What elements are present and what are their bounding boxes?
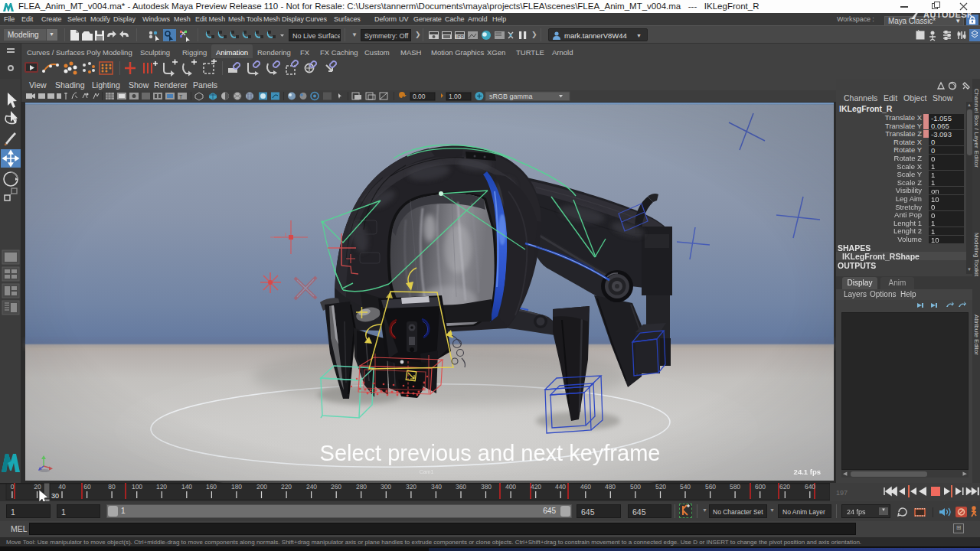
svg-text:Cam1: Cam1 xyxy=(420,469,434,474)
svg-text:600: 600 xyxy=(755,483,766,491)
svg-text:1.00: 1.00 xyxy=(449,93,462,100)
svg-text:400: 400 xyxy=(505,483,516,491)
svg-text:260: 260 xyxy=(331,483,341,491)
svg-text:24.1 fps: 24.1 fps xyxy=(794,468,821,476)
svg-text:440: 440 xyxy=(555,483,566,491)
svg-text:620: 620 xyxy=(779,483,790,491)
svg-text:420: 420 xyxy=(531,483,541,491)
svg-text:320: 320 xyxy=(406,483,416,491)
svg-text:180: 180 xyxy=(231,483,242,491)
svg-text:200: 200 xyxy=(256,483,267,491)
svg-text:60: 60 xyxy=(83,483,91,491)
svg-text:460: 460 xyxy=(580,483,591,491)
svg-text:80: 80 xyxy=(108,483,116,491)
svg-text:500: 500 xyxy=(630,483,641,491)
svg-text:640: 640 xyxy=(805,483,815,491)
svg-text:0: 0 xyxy=(11,483,15,491)
svg-text:580: 580 xyxy=(730,483,740,491)
svg-text:380: 380 xyxy=(481,483,492,491)
svg-text:0.00: 0.00 xyxy=(413,93,426,100)
svg-text:160: 160 xyxy=(206,483,217,491)
svg-text:sRGB gamma: sRGB gamma xyxy=(489,93,533,100)
svg-text:Select previous and next keyfr: Select previous and next keyframe xyxy=(320,441,661,465)
svg-text:560: 560 xyxy=(705,483,716,491)
svg-text:120: 120 xyxy=(156,483,167,491)
svg-text:280: 280 xyxy=(356,483,367,491)
svg-text:T: T xyxy=(179,94,183,99)
svg-text:197: 197 xyxy=(836,489,848,497)
svg-text:240: 240 xyxy=(306,483,317,491)
svg-text:40: 40 xyxy=(58,483,66,491)
svg-text:480: 480 xyxy=(605,483,616,491)
svg-text:340: 340 xyxy=(431,483,442,491)
svg-text:220: 220 xyxy=(281,483,292,491)
svg-text:520: 520 xyxy=(655,483,666,491)
svg-text:360: 360 xyxy=(456,483,466,491)
svg-text:100: 100 xyxy=(132,483,142,491)
svg-text:140: 140 xyxy=(181,483,192,491)
svg-text:30: 30 xyxy=(51,492,59,500)
svg-text:20: 20 xyxy=(34,483,41,491)
svg-text:IPR: IPR xyxy=(456,34,465,39)
svg-text:300: 300 xyxy=(381,483,391,491)
svg-text:540: 540 xyxy=(680,483,691,491)
